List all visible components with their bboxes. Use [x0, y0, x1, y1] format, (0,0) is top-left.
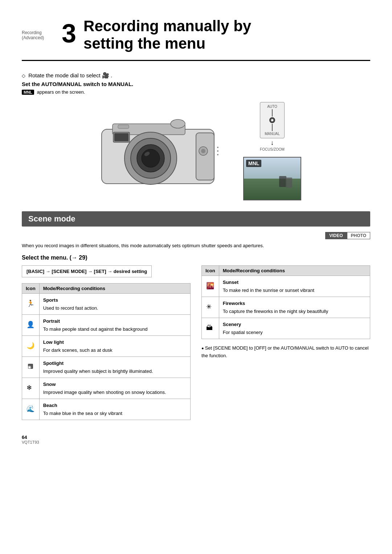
mode-desc-cell: Beach To make blue in the sea or sky vib… [39, 399, 190, 420]
camera-diagram [91, 111, 229, 191]
two-column-layout: [BASIC] → [SCENE MODE] → [SET] → desired… [22, 265, 370, 420]
select-menu-label: Select the menu. (→ 29) [22, 254, 370, 261]
mode-icon: 🌙 [22, 336, 40, 357]
mode-name: Sunset [223, 279, 366, 286]
mode-name: Snow [43, 381, 187, 388]
mode-desc: To capture the fireworks in the night sk… [223, 309, 328, 314]
rotate-instruction: ◇ Rotate the mode dial to select 🎥 . [22, 72, 370, 79]
mode-header: Mode/Recording conditions [39, 284, 190, 294]
page-footer: 64 VQT1T93 [22, 435, 370, 444]
mode-desc-cell: Low light For dark scenes, such as at du… [39, 336, 190, 357]
table-header-row: Icon Mode/Recording conditions [22, 284, 191, 294]
mode-desc-cell: Portrait To make people stand out agains… [39, 315, 190, 336]
svg-text:🏃: 🏃 [26, 300, 34, 307]
mode-name: Scenery [223, 321, 366, 328]
mode-name: Fireworks [223, 300, 366, 307]
cancel-note: Set [SCENE MODE] to [OFF] or the AUTO/MA… [201, 345, 370, 360]
table-row: ❄ Snow Improved image quality when shoot… [22, 378, 191, 399]
mode-desc-cell: Sunset To make red in the sunrise or sun… [219, 276, 370, 297]
svg-point-12 [217, 150, 219, 152]
mode-desc: To make people stand out against the bac… [43, 326, 148, 332]
video-photo-badges: VIDEO PHOTO [22, 232, 370, 239]
svg-point-13 [217, 154, 219, 155]
mode-name: Portrait [43, 318, 187, 325]
table-row: 🏔 Scenery For spatial scenery [202, 318, 370, 339]
mode-desc-cell: Sports Used to record fast action. [39, 294, 190, 315]
arrow-down-icon: ↓ [271, 139, 274, 147]
svg-point-14 [171, 119, 185, 128]
icon-header-right: Icon [202, 266, 219, 276]
mode-desc: For spatial scenery [223, 330, 263, 335]
table-header-row-right: Icon Mode/Recording conditions [202, 266, 370, 276]
icon-header: Icon [22, 284, 40, 294]
mode-desc-cell: Spotlight Improved quality when subject … [39, 357, 190, 378]
mode-name: Low light [43, 339, 187, 346]
mode-desc: For dark scenes, such as at dusk [43, 347, 113, 353]
camera-diagram-area: AUTO MANUAL ↓ FOCUS/ZOOM MNL [22, 102, 370, 200]
svg-rect-8 [118, 125, 129, 129]
photo-badge: PHOTO [347, 232, 370, 239]
svg-text:🏔: 🏔 [206, 324, 213, 331]
mnl-appears: MNL appears on the screen. [22, 89, 370, 95]
svg-text:🌇: 🌇 [206, 282, 214, 289]
mode-icon: 🌇 [202, 276, 219, 297]
table-row: ◉ Spotlight Improved quality when subjec… [22, 357, 191, 378]
table-row: 🌙 Low light For dark scenes, such as at … [22, 336, 191, 357]
mode-header-right: Mode/Recording conditions [219, 266, 370, 276]
scene-description: When you record images in different situ… [22, 242, 370, 249]
svg-text:❄: ❄ [26, 384, 32, 391]
right-mode-table: Icon Mode/Recording conditions 🌇 Sunset … [201, 265, 370, 339]
svg-point-6 [142, 149, 160, 167]
mnl-badge: MNL [22, 90, 34, 95]
svg-rect-16 [114, 133, 128, 141]
svg-text:✳: ✳ [206, 303, 212, 310]
model-code: VQT1T93 [22, 440, 370, 444]
mode-desc: Used to record fast action. [43, 305, 98, 311]
mode-desc-cell: Fireworks To capture the fireworks in th… [219, 297, 370, 318]
mode-icon: ◉ [22, 357, 40, 378]
table-row: 🌊 Beach To make blue in the sea or sky v… [22, 399, 191, 420]
chapter-header: Recording (Advanced) 3 Recording manuall… [22, 15, 370, 61]
mode-icon: ❄ [22, 378, 40, 399]
mode-name: Sports [43, 297, 187, 304]
mode-desc: To make red in the sunrise or sunset vib… [223, 288, 314, 293]
screen-preview: MNL [243, 157, 301, 200]
camera-controls: AUTO MANUAL ↓ FOCUS/ZOOM MNL [243, 102, 301, 200]
table-row: 👤 Portrait To make people stand out agai… [22, 315, 191, 336]
mode-name: Spotlight [43, 360, 187, 367]
chapter-title: Recording manually by setting the menu [83, 15, 251, 53]
mnl-screen-overlay: MNL [246, 160, 261, 167]
chapter-label: Recording (Advanced) [22, 27, 54, 40]
svg-text:🌊: 🌊 [26, 405, 34, 412]
svg-point-11 [217, 147, 219, 148]
mode-icon: 🌊 [22, 399, 40, 420]
left-column: [BASIC] → [SCENE MODE] → [SET] → desired… [22, 265, 191, 420]
table-row: 🌇 Sunset To make red in the sunrise or s… [202, 276, 370, 297]
mode-name: Beach [43, 402, 187, 409]
mode-desc: Improved quality when subject is brightl… [43, 368, 153, 374]
mode-desc: To make blue in the sea or sky vibrant [43, 411, 122, 416]
mode-desc-cell: Snow Improved image quality when shootin… [39, 378, 190, 399]
menu-path-box: [BASIC] → [SCENE MODE] → [SET] → desired… [22, 265, 152, 277]
svg-rect-1 [196, 133, 214, 180]
table-row: ✳ Fireworks To capture the fireworks in … [202, 297, 370, 318]
switch-diagram: AUTO MANUAL ↓ FOCUS/ZOOM [260, 102, 285, 151]
mode-desc: Improved image quality when shooting on … [43, 390, 166, 395]
svg-text:◉: ◉ [28, 364, 31, 370]
chapter-number: 3 [62, 20, 76, 46]
page-number: 64 [22, 435, 370, 440]
svg-point-10 [201, 149, 205, 153]
intro-section: ◇ Rotate the mode dial to select 🎥 . Set… [22, 72, 370, 95]
table-row: 🏃 Sports Used to record fast action. [22, 294, 191, 315]
camera-svg [91, 111, 229, 191]
mode-icon: 👤 [22, 315, 40, 336]
scene-mode-title: Scene mode [22, 211, 370, 227]
svg-text:🌙: 🌙 [26, 342, 34, 349]
left-mode-table: Icon Mode/Recording conditions 🏃 Sports … [22, 283, 191, 420]
video-badge: VIDEO [325, 232, 347, 239]
mode-icon: ✳ [202, 297, 219, 318]
right-column: Icon Mode/Recording conditions 🌇 Sunset … [201, 265, 370, 360]
svg-text:👤: 👤 [26, 321, 34, 328]
switch-instruction: Set the AUTO/MANUAL switch to MANUAL. [22, 81, 370, 87]
mode-desc-cell: Scenery For spatial scenery [219, 318, 370, 339]
